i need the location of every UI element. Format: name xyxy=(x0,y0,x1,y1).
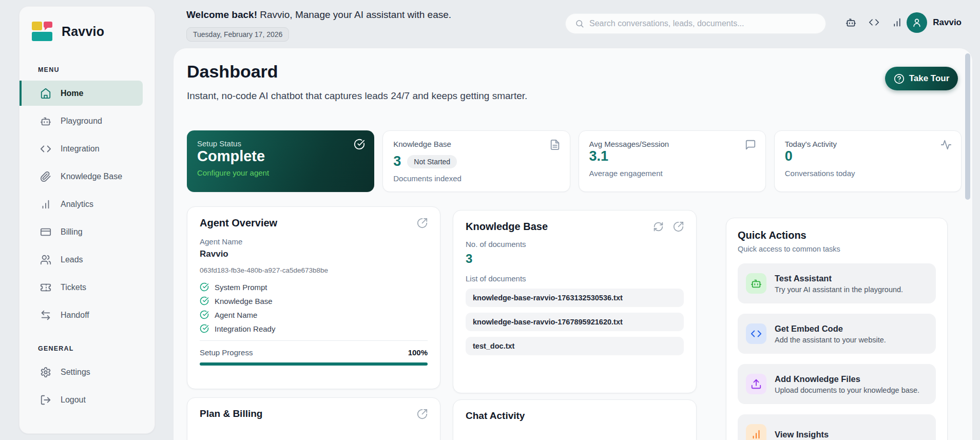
document-list-item[interactable]: test_doc.txt xyxy=(466,337,684,355)
quick-action-label: View Insights xyxy=(775,430,829,439)
sidebar-item-billing[interactable]: Billing xyxy=(20,219,143,244)
quick-action-description: Add the assistant to your website. xyxy=(775,336,886,344)
doc-count-label: No. of documents xyxy=(466,240,684,248)
stat-value: Complete xyxy=(197,148,364,165)
date-badge: Tuesday, February 17, 2026 xyxy=(186,27,289,42)
document-list-item[interactable]: knowledge-base-ravvio-1763132530536.txt xyxy=(466,289,684,307)
welcome-message: Welcome back! Ravvio, Manage your AI ass… xyxy=(186,9,451,21)
sidebar-item-handoff[interactable]: Handoff xyxy=(20,302,143,328)
status-badge: Not Started xyxy=(407,155,457,168)
refresh-icon[interactable] xyxy=(653,221,664,232)
user-menu[interactable]: Ravvio xyxy=(907,12,962,33)
users-icon xyxy=(40,254,51,265)
paperclip-icon xyxy=(40,171,51,182)
check-circle-icon xyxy=(354,139,365,150)
robot-icon[interactable] xyxy=(846,17,856,28)
setup-checklist: System Prompt Knowledge Base Agent Name … xyxy=(200,282,428,333)
upload-icon xyxy=(746,374,766,394)
quick-action-get-embed-code[interactable]: Get Embed Code Add the assistant to your… xyxy=(738,314,936,354)
code-icon[interactable] xyxy=(869,17,879,28)
search-input[interactable] xyxy=(589,19,816,28)
sidebar-item-analytics[interactable]: Analytics xyxy=(20,192,143,217)
checklist-item: Integration Ready xyxy=(200,324,428,333)
checklist-item: Knowledge Base xyxy=(200,296,428,305)
todays-activity-stat-card: Today's Activity 0 Conversations today xyxy=(774,130,962,192)
sidebar-item-logout[interactable]: Logout xyxy=(20,387,143,412)
quick-action-description: Try your AI assistant in the playground. xyxy=(775,285,903,294)
search-icon xyxy=(575,19,584,28)
check-circle-icon xyxy=(200,324,209,333)
document-list-item[interactable]: knowledge-base-ravvio-1767895921620.txt xyxy=(466,313,684,331)
doc-list-label: List of documents xyxy=(466,274,684,283)
quick-action-label: Add Knowledge Files xyxy=(775,374,919,384)
quick-actions-card: Quick Actions Quick access to common tas… xyxy=(726,218,948,440)
agent-id: 063fd183-fb3e-480b-a927-ca5de673b8be xyxy=(200,266,428,274)
stat-subtitle: Configure your agent xyxy=(197,168,364,177)
card-title: Knowledge Base xyxy=(466,221,548,233)
external-link-icon[interactable] xyxy=(417,218,428,228)
stat-value: 3 xyxy=(393,154,401,169)
sidebar-section-general: GENERAL xyxy=(20,345,155,352)
agent-name-label: Agent Name xyxy=(200,237,428,246)
sidebar-item-label: Playground xyxy=(61,117,102,126)
stat-value: 3.1 xyxy=(589,148,755,164)
chat-bubble-icon xyxy=(745,139,756,150)
stat-subtitle: Conversations today xyxy=(785,169,951,178)
take-tour-label: Take Tour xyxy=(909,73,950,84)
sidebar-item-tickets[interactable]: Tickets xyxy=(20,275,143,300)
sidebar-item-settings[interactable]: Settings xyxy=(20,359,143,385)
sidebar-item-label: Logout xyxy=(61,395,86,405)
avatar xyxy=(907,12,927,33)
checklist-label: System Prompt xyxy=(215,283,267,292)
main-scrollbar-thumb[interactable] xyxy=(965,53,970,200)
take-tour-button[interactable]: Take Tour xyxy=(885,67,958,90)
checklist-label: Knowledge Base xyxy=(215,297,273,305)
home-icon xyxy=(40,88,51,99)
quick-action-label: Get Embed Code xyxy=(775,324,886,334)
quick-action-test-assistant[interactable]: Test Assistant Try your AI assistant in … xyxy=(738,263,936,303)
checklist-item: System Prompt xyxy=(200,282,428,292)
check-circle-icon xyxy=(200,282,209,292)
bar-chart-icon xyxy=(746,424,766,440)
checklist-label: Agent Name xyxy=(215,311,257,319)
sidebar-item-integration[interactable]: Integration xyxy=(20,136,143,161)
page-title: Dashboard xyxy=(187,62,278,82)
checklist-item: Agent Name xyxy=(200,310,428,319)
help-circle-icon xyxy=(894,73,905,84)
setup-status-card[interactable]: Setup Status Complete Configure your age… xyxy=(187,130,374,192)
card-title: Agent Overview xyxy=(200,217,277,229)
sidebar-item-label: Settings xyxy=(61,368,90,377)
sidebar-item-label: Tickets xyxy=(61,283,86,292)
sidebar-item-playground[interactable]: Playground xyxy=(20,108,143,133)
sidebar-item-label: Home xyxy=(61,89,83,98)
gear-icon xyxy=(40,367,51,378)
external-link-icon[interactable] xyxy=(673,221,684,232)
brand-logo: Ravvio xyxy=(20,20,155,43)
sidebar-item-knowledge-base[interactable]: Knowledge Base xyxy=(20,164,143,189)
welcome-bold: Welcome back! xyxy=(186,9,257,20)
quick-actions-subtitle: Quick access to common tasks xyxy=(738,245,936,253)
external-link-icon[interactable] xyxy=(417,409,428,419)
setup-progress-value: 100% xyxy=(408,348,428,357)
quick-action-description: Upload documents to your knowledge base. xyxy=(775,386,919,394)
divider xyxy=(200,340,428,341)
stat-subtitle: Documents indexed xyxy=(393,174,559,183)
code-icon xyxy=(40,143,51,155)
quick-action-view-insights[interactable]: View Insights xyxy=(738,414,936,440)
sidebar-item-home[interactable]: Home xyxy=(20,81,143,106)
stat-cards-row: Setup Status Complete Configure your age… xyxy=(187,130,962,192)
check-circle-icon xyxy=(200,296,209,305)
checklist-label: Integration Ready xyxy=(215,324,275,333)
search-bar[interactable] xyxy=(565,13,826,34)
stat-title: Avg Messages/Session xyxy=(589,140,755,148)
bar-chart-icon[interactable] xyxy=(892,17,902,28)
setup-progress-bar xyxy=(200,362,428,366)
stat-value: 0 xyxy=(785,148,951,164)
sidebar-item-leads[interactable]: Leads xyxy=(20,247,143,272)
sidebar: Ravvio MENU Home Playground Integration … xyxy=(19,6,155,434)
logout-icon xyxy=(40,394,51,406)
doc-count-value: 3 xyxy=(466,252,684,266)
credit-card-icon xyxy=(40,226,51,238)
quick-action-add-knowledge-files[interactable]: Add Knowledge Files Upload documents to … xyxy=(738,364,936,404)
plan-billing-card: Plan & Billing xyxy=(187,397,440,440)
